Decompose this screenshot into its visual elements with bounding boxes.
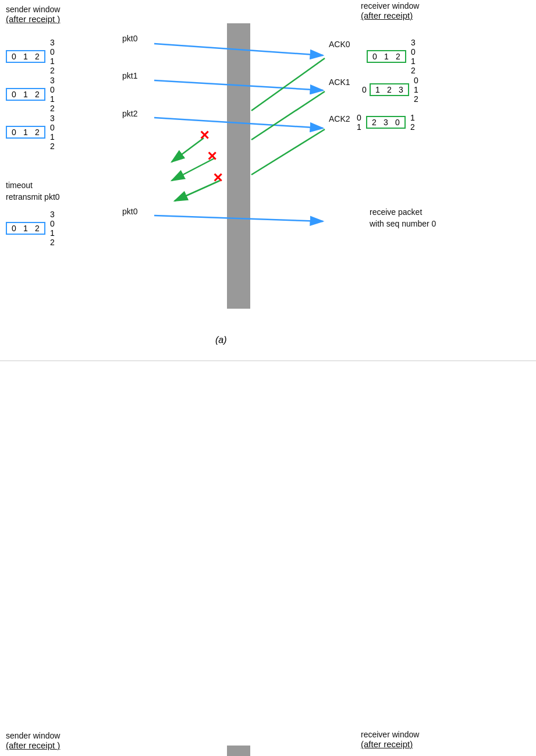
- svg-line-4: [154, 44, 323, 55]
- sender-window-2-a: 012: [6, 88, 45, 101]
- ack2-label-a: ACK2: [329, 114, 350, 123]
- svg-text:✕: ✕: [212, 171, 223, 185]
- receiver-row-2-a: 0 123 0 1 2: [359, 76, 421, 104]
- pkt2-label-a: pkt2: [122, 109, 137, 118]
- receiver-row-3-a: 0 1 230 1 2: [354, 112, 418, 132]
- diagram-a: sender window (after receipt ) receiver …: [0, 0, 536, 361]
- pkt0-label-a: pkt0: [122, 34, 137, 43]
- sender-window-3-a: 012: [6, 126, 45, 139]
- sender-row-3-a: 012 3 0 1 2: [6, 114, 58, 151]
- svg-line-8: [251, 58, 325, 111]
- retransmit-window-a: 012: [6, 222, 45, 235]
- arrows-a: ✕ ✕ ✕: [0, 0, 536, 361]
- svg-line-5: [154, 80, 323, 90]
- svg-line-11: [172, 158, 214, 181]
- sender-title-a: sender window (after receipt ): [6, 5, 60, 24]
- receive-packet-a: receive packetwith seq number 0: [370, 207, 436, 229]
- svg-line-13: [175, 181, 220, 201]
- caption-a: (a): [215, 335, 227, 345]
- svg-line-10: [251, 91, 325, 140]
- receiver-title-b: receiver window (after receipt): [361, 730, 419, 749]
- receiver-window-2-a: 123: [370, 83, 409, 96]
- receiver-title-a: receiver window (after receipt): [361, 1, 419, 20]
- svg-marker-0: [227, 23, 250, 309]
- retransmit-row-a: 012 3 0 1 2: [6, 210, 58, 247]
- svg-line-17: [154, 216, 323, 221]
- sender-row-2-a: 012 3 0 1 2: [6, 76, 58, 113]
- diagram-b: sender window (after receipt ) receiver …: [0, 361, 536, 756]
- receiver-window-1-a: 012: [367, 50, 406, 63]
- sender-window-1-a: 012: [6, 50, 45, 63]
- svg-marker-20: [227, 746, 250, 756]
- svg-line-6: [154, 118, 323, 128]
- retransmit-pkt0-label-a: pkt0: [122, 207, 137, 216]
- retransmit-label-a: retransmit pkt0: [6, 192, 60, 202]
- sender-row-1-a: 012 3 0 1 2: [6, 38, 58, 75]
- svg-line-9: [172, 138, 204, 162]
- arrows-b: ✕: [0, 361, 536, 756]
- ack0-label-a: ACK0: [329, 40, 350, 49]
- timeout-label-a: timeout: [6, 181, 33, 190]
- svg-text:✕: ✕: [199, 128, 210, 143]
- receiver-row-1-a: 012 3 0 1 2: [367, 38, 418, 75]
- sender-title-b: sender window (after receipt ): [6, 731, 60, 750]
- ack1-label-a: ACK1: [329, 77, 350, 87]
- svg-text:✕: ✕: [207, 149, 217, 164]
- receiver-window-3-a: 230: [366, 116, 406, 129]
- pkt1-label-a: pkt1: [122, 71, 137, 80]
- svg-line-12: [251, 129, 325, 175]
